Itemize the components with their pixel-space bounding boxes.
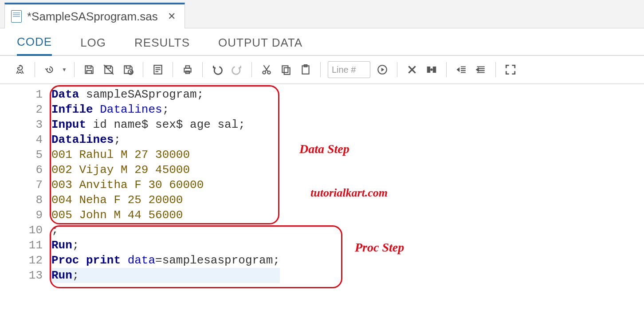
toolbar-separator (446, 62, 447, 77)
indent-icon[interactable] (454, 62, 469, 77)
toolbar-separator (143, 62, 143, 77)
print-icon[interactable] (180, 62, 195, 77)
line-number: 1 (0, 87, 43, 102)
line-number: 5 (0, 147, 43, 162)
watermark-text: tutorialkart.com (310, 186, 388, 200)
redo-icon[interactable] (229, 62, 244, 77)
code-line: Run; (51, 238, 280, 253)
view-tab-strip: CODE LOG RESULTS OUTPUT DATA (0, 28, 644, 56)
svg-rect-3 (186, 66, 190, 68)
code-line: 003 Anvitha F 30 60000 (51, 177, 280, 192)
line-number: 10 (0, 223, 43, 238)
svg-point-14 (431, 69, 432, 71)
code-line: Input id name$ sex$ age sal; (51, 117, 280, 132)
line-number: 8 (0, 192, 43, 208)
tab-output-data[interactable]: OUTPUT DATA (218, 36, 302, 55)
code-line: 004 Neha F 25 20000 (51, 192, 280, 208)
line-number: 4 (0, 132, 43, 147)
toolbar-separator (251, 62, 252, 77)
code-line: Run; (51, 268, 280, 283)
properties-icon[interactable] (150, 62, 165, 77)
toolbar-separator (495, 62, 496, 77)
line-number: 7 (0, 177, 43, 192)
line-number-gutter: 1 2 3 4 5 6 7 8 9 10 11 12 13 (0, 84, 49, 283)
svg-rect-13 (433, 67, 436, 73)
code-line: 002 Vijay M 29 45000 (51, 162, 280, 177)
dropdown-caret-icon[interactable]: ▼ (62, 67, 67, 73)
close-icon[interactable]: ✕ (168, 11, 176, 22)
toolbar-separator (320, 62, 321, 77)
cut-icon[interactable] (259, 62, 274, 77)
goto-icon[interactable] (375, 62, 390, 77)
code-line: 005 John M 44 56000 (51, 208, 280, 223)
save-icon[interactable] (82, 62, 97, 77)
file-tab-title: *SampleSASprogram.sas (27, 10, 158, 24)
paste-icon[interactable] (298, 62, 313, 77)
goto-line-input[interactable] (328, 61, 370, 78)
line-number: 6 (0, 162, 43, 177)
outdent-icon[interactable] (473, 62, 488, 77)
copy-icon[interactable] (279, 62, 294, 77)
code-editor[interactable]: 1 2 3 4 5 6 7 8 9 10 11 12 13 Data sampl… (0, 84, 644, 283)
tab-log[interactable]: LOG (80, 36, 106, 55)
run-icon[interactable] (12, 62, 27, 77)
code-line: Proc print data=samplesasprogram; (51, 253, 280, 268)
find-icon[interactable] (424, 62, 439, 77)
undo-icon[interactable] (210, 62, 225, 77)
fullscreen-icon[interactable] (503, 62, 518, 77)
file-tab[interactable]: *SampleSASprogram.sas ✕ (4, 3, 185, 28)
tab-code[interactable]: CODE (17, 35, 52, 56)
save-as-icon[interactable] (101, 62, 116, 77)
code-line: ; (51, 223, 280, 238)
line-number: 9 (0, 208, 43, 223)
code-line: Infile Datalines; (51, 102, 280, 117)
clear-icon[interactable] (404, 62, 420, 77)
svg-rect-12 (427, 67, 430, 73)
toolbar-separator (74, 62, 75, 77)
toolbar-separator (202, 62, 203, 77)
code-line: 001 Rahul M 27 30000 (51, 147, 280, 162)
toolbar-separator (397, 62, 397, 77)
annotation-label-data-step: Data Step (299, 142, 349, 156)
line-number: 2 (0, 102, 43, 117)
svg-rect-8 (284, 68, 290, 75)
toolbar-separator (35, 62, 35, 77)
annotation-label-proc-step: Proc Step (355, 240, 404, 255)
code-line: Datalines; (51, 132, 280, 147)
code-content[interactable]: Data sampleSASprogram; Infile Datalines;… (49, 84, 280, 283)
history-icon[interactable] (42, 62, 57, 77)
file-tab-strip: *SampleSASprogram.sas ✕ (0, 0, 644, 28)
line-number: 12 (0, 253, 43, 268)
svg-rect-7 (282, 66, 288, 72)
editor-toolbar: ▼ (0, 56, 644, 84)
line-number: 11 (0, 238, 43, 253)
sas-file-icon (11, 10, 22, 23)
tab-results[interactable]: RESULTS (134, 36, 190, 55)
save-snapshot-icon[interactable] (121, 62, 136, 77)
line-number: 3 (0, 117, 43, 132)
line-number: 13 (0, 268, 43, 283)
code-line: Data sampleSASprogram; (51, 87, 280, 102)
toolbar-separator (173, 62, 173, 77)
